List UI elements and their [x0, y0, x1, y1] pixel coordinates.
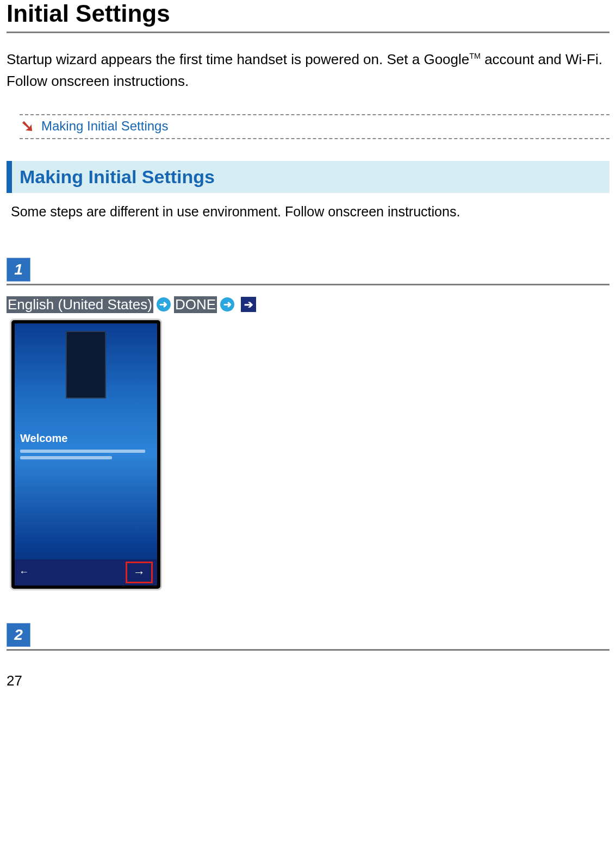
step-1-divider — [7, 284, 609, 285]
welcome-body-placeholder — [20, 450, 152, 463]
phone-back-icon: ← — [19, 566, 29, 578]
step-2-divider — [7, 649, 609, 651]
welcome-heading: Welcome — [20, 432, 67, 445]
arrow-right-icon: ➜ — [157, 297, 171, 311]
phone-next-button-highlighted: → — [126, 562, 153, 583]
step-1-instruction: English (United States) ➜ DONE ➜ ➔ — [7, 296, 609, 313]
page-number: 27 — [7, 672, 609, 689]
step-badge-1: 1 — [7, 258, 30, 282]
down-arrow-icon: ➘ — [20, 119, 35, 134]
step-2-header: 2 — [7, 623, 609, 647]
phone-screenshot: Welcome ← → — [10, 319, 162, 590]
toc-box: ➘ Making Initial Settings — [20, 114, 609, 139]
intro-text-pre: Startup wizard appears the first time ha… — [7, 51, 469, 67]
step-badge-2: 2 — [7, 623, 30, 647]
intro-paragraph: Startup wizard appears the first time ha… — [7, 48, 609, 92]
phone-screen: Welcome ← → — [15, 323, 157, 585]
trademark-superscript: TM — [469, 52, 481, 60]
done-button-label: DONE — [174, 296, 217, 313]
step-1-header: 1 — [7, 258, 609, 282]
language-option: English (United States) — [7, 296, 153, 313]
page-title: Initial Settings — [7, 0, 609, 32]
phone-next-icon: → — [133, 565, 145, 579]
section-heading-making-initial-settings: Making Initial Settings — [7, 161, 609, 193]
toc-link-making-initial-settings[interactable]: Making Initial Settings — [41, 119, 168, 134]
next-arrow-icon: ➔ — [241, 297, 256, 312]
arrow-right-icon: ➜ — [220, 297, 234, 311]
section-intro: Some steps are different in use environm… — [11, 204, 609, 220]
phone-thumbnail-graphic — [66, 331, 106, 398]
title-divider — [7, 32, 609, 33]
phone-nav-bar: ← → — [15, 559, 157, 585]
